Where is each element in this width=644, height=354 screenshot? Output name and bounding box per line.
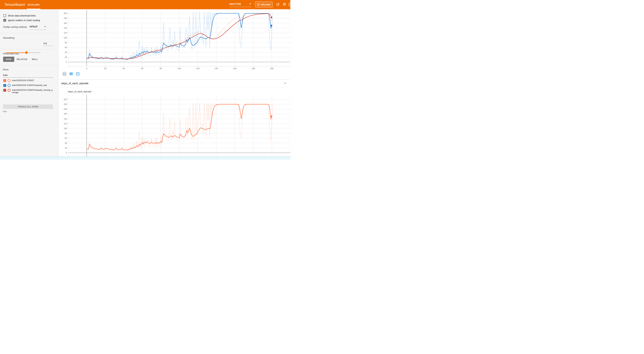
chart-plot-area[interactable]: 220200180160140120100806040200 — [58, 87, 290, 156]
axis-button-step[interactable]: STEP — [3, 57, 14, 62]
run-color-circle-icon — [8, 79, 10, 82]
runs-label: Runs — [3, 68, 8, 71]
svg-text:0: 0 — [86, 68, 87, 70]
svg-text:160: 160 — [233, 68, 236, 70]
checkbox-show-download-links[interactable]: Show data download links — [3, 14, 36, 17]
svg-text:20: 20 — [65, 147, 67, 149]
chevron-up-icon[interactable] — [283, 82, 287, 86]
sidebar: Show data download links ✓ Ignore outlie… — [0, 9, 58, 156]
smoothing-value-field[interactable]: 0.6 — [44, 42, 47, 45]
svg-text:0: 0 — [66, 61, 67, 63]
run-color-circle-icon — [8, 89, 10, 92]
tab-scalars-label: SCALARS — [28, 4, 40, 6]
tooltip-sorting-underline — [29, 30, 47, 30]
status-dropdown-value: INACTIVE — [230, 3, 241, 5]
svg-text:200: 200 — [64, 12, 67, 14]
divider — [0, 33, 58, 33]
svg-text:200: 200 — [270, 68, 274, 70]
run-row[interactable]: ✓ train/20201015-215937 — [3, 79, 53, 82]
tab-scalars[interactable]: SCALARS — [27, 0, 40, 9]
checkbox-unchecked-icon — [3, 14, 6, 17]
status-dropdown-underline — [230, 7, 252, 7]
svg-text:180: 180 — [252, 68, 255, 70]
svg-text:180: 180 — [64, 108, 67, 110]
chevron-down-icon — [249, 4, 251, 4]
refresh-icon[interactable] — [276, 2, 280, 7]
svg-text:40: 40 — [65, 142, 67, 144]
svg-text:80: 80 — [65, 132, 67, 134]
chart-plot-area[interactable]: 2001801601401201008060402000204060801001… — [58, 9, 290, 70]
svg-text:60: 60 — [141, 68, 143, 70]
run-row[interactable]: ✓ train/20201015-215937/rewards_raw — [3, 84, 53, 87]
checkbox-label: Show data download links — [8, 14, 36, 17]
svg-text:60: 60 — [65, 137, 67, 139]
run-checkbox[interactable]: ✓ — [3, 89, 6, 92]
svg-text:140: 140 — [64, 118, 67, 120]
svg-text:80: 80 — [160, 68, 162, 70]
svg-text:180: 180 — [64, 17, 67, 19]
run-checkbox[interactable]: ✓ — [3, 84, 6, 87]
svg-text:120: 120 — [196, 68, 200, 70]
svg-text:20: 20 — [65, 56, 67, 58]
status-dropdown[interactable]: INACTIVE — [230, 3, 252, 5]
chevron-down-icon — [44, 26, 46, 27]
run-row[interactable]: ✓ train/20201015-215937/rewards_moving_a… — [3, 89, 53, 94]
fit-domain-icon[interactable] — [75, 72, 80, 76]
section-header[interactable]: steps_of_each_episode — [58, 80, 290, 87]
svg-text:100: 100 — [178, 68, 181, 70]
svg-text:20: 20 — [104, 68, 106, 70]
run-label: train/20201015-215937/rewards_moving_ave… — [12, 89, 53, 94]
svg-text:100: 100 — [64, 37, 67, 39]
smoothing-value-underline — [43, 46, 53, 46]
tab-active-indicator — [27, 9, 40, 9]
svg-text:120: 120 — [64, 122, 67, 125]
toggle-all-runs-button[interactable]: TOGGLE ALL RUNS — [3, 104, 53, 109]
rewards-chart[interactable]: 2001801601401201008060402000204060801001… — [58, 9, 290, 70]
svg-text:140: 140 — [64, 27, 67, 29]
run-checkbox[interactable]: ✓ — [3, 79, 6, 82]
svg-text:80: 80 — [65, 42, 67, 44]
svg-text:140: 140 — [214, 68, 218, 70]
chart-toolbar — [62, 72, 80, 76]
smoothing-slider-thumb[interactable] — [25, 51, 28, 54]
logs-label: logs — [3, 110, 7, 112]
run-label: train/20201015-215937 — [12, 79, 53, 82]
svg-text:220: 220 — [64, 98, 67, 100]
svg-text:60: 60 — [65, 46, 67, 48]
upload-button-label: UPLOAD — [261, 4, 270, 6]
checkbox-label: Ignore outliers in chart scaling — [8, 19, 40, 22]
axis-button-relative[interactable]: RELATIVE — [15, 57, 29, 62]
tooltip-sorting-label: Tooltip sorting method: — [3, 26, 27, 28]
svg-text:100: 100 — [64, 128, 67, 130]
svg-text:160: 160 — [64, 22, 67, 24]
divider — [0, 49, 58, 50]
axis-button-wall[interactable]: WALL — [30, 57, 40, 62]
runs-filter-input[interactable]: train — [3, 74, 8, 76]
gear-icon[interactable]: ⚙ — [283, 2, 287, 6]
run-label: train/20201015-215937/rewards_raw — [12, 84, 53, 86]
steps-chart[interactable]: 220200180160140120100806040200 — [58, 87, 290, 156]
tensorboard-app: TensorBoard SCALARS INACTIVE UPLOAD ⚙ ? … — [0, 0, 290, 160]
svg-text:40: 40 — [122, 68, 125, 70]
horizontal-axis-label: Horizontal Axis — [3, 52, 19, 55]
tooltip-sorting-select[interactable]: default — [30, 25, 38, 28]
app-header: TensorBoard SCALARS INACTIVE UPLOAD ⚙ ? — [0, 0, 290, 9]
app-title: TensorBoard — [4, 2, 25, 7]
main-content: 2001801601401201008060402000204060801001… — [58, 9, 290, 160]
checkbox-ignore-outliers[interactable]: ✓ Ignore outliers in chart scaling — [3, 19, 40, 22]
upload-button[interactable]: UPLOAD — [255, 2, 272, 8]
smoothing-label: Smoothing — [3, 36, 14, 39]
svg-text:200: 200 — [64, 103, 67, 105]
svg-text:40: 40 — [65, 51, 67, 53]
help-icon[interactable]: ? — [289, 2, 290, 6]
svg-text:0: 0 — [66, 152, 67, 154]
svg-text:160: 160 — [64, 113, 67, 115]
expand-card-icon[interactable] — [62, 72, 67, 76]
horizontal-scrollbar[interactable] — [0, 156, 290, 160]
log-scale-toggle-icon[interactable] — [69, 72, 74, 76]
info-icon — [257, 3, 260, 6]
run-color-circle-icon — [8, 84, 10, 87]
section-title: steps_of_each_episode — [61, 82, 88, 85]
svg-text:120: 120 — [64, 32, 67, 34]
checkbox-checked-icon: ✓ — [3, 19, 6, 22]
